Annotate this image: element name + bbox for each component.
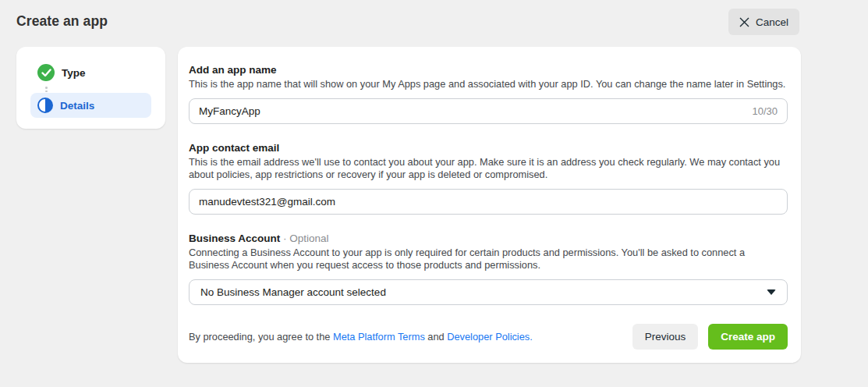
business-account-description: Connecting a Business Account to your ap… — [189, 247, 788, 272]
business-account-select[interactable]: No Business Manager account selected — [189, 279, 788, 305]
stepper-item-details[interactable]: Details — [30, 93, 151, 118]
contact-email-input[interactable] — [199, 196, 778, 208]
contact-email-label: App contact email — [189, 141, 788, 154]
chevron-down-icon — [767, 289, 776, 295]
app-name-char-counter: 10/30 — [752, 105, 778, 117]
stepper-card: Type Details — [16, 47, 165, 129]
half-filled-circle-icon — [37, 98, 53, 113]
previous-button[interactable]: Previous — [632, 324, 699, 350]
agreement-middle: and — [425, 331, 447, 343]
app-name-section: Add an app name This is the app name tha… — [189, 63, 788, 124]
business-account-label: Business Account · Optional — [189, 232, 788, 245]
close-icon — [739, 17, 749, 27]
create-app-button[interactable]: Create app — [708, 324, 788, 350]
business-account-label-text: Business Account — [189, 233, 280, 244]
stepper-item-type[interactable]: Type — [30, 59, 151, 86]
app-name-description: This is the app name that will show on y… — [189, 78, 788, 91]
cancel-button-label: Cancel — [756, 16, 788, 28]
stepper-item-label: Details — [60, 100, 94, 112]
agreement-text: By proceeding, you agree to the Meta Pla… — [189, 331, 533, 343]
business-account-optional-text: · Optional — [283, 233, 329, 244]
app-name-input[interactable] — [199, 105, 744, 117]
agreement-prefix: By proceeding, you agree to the — [189, 331, 333, 343]
business-account-section: Business Account · Optional Connecting a… — [189, 232, 788, 305]
page-header: Create an app Cancel — [0, 0, 868, 44]
app-name-label: Add an app name — [189, 63, 788, 76]
form-footer: By proceeding, you agree to the Meta Pla… — [189, 324, 788, 350]
details-form-card: Add an app name This is the app name tha… — [178, 47, 801, 363]
contact-email-field-wrap — [189, 189, 788, 215]
page-title: Create an app — [16, 13, 108, 30]
contact-email-section: App contact email This is the email addr… — [189, 141, 788, 215]
footer-buttons: Previous Create app — [632, 324, 788, 350]
meta-platform-terms-link[interactable]: Meta Platform Terms — [333, 331, 425, 343]
app-name-field-wrap: 10/30 — [189, 98, 788, 124]
developer-policies-link[interactable]: Developer Policies. — [447, 331, 533, 343]
stepper-item-label: Type — [62, 67, 86, 79]
step-connector-dots — [45, 86, 151, 93]
check-circle-icon — [37, 64, 55, 81]
cancel-button[interactable]: Cancel — [728, 9, 799, 35]
business-account-selected-value: No Business Manager account selected — [200, 286, 386, 298]
contact-email-description: This is the email address we'll use to c… — [189, 156, 788, 182]
